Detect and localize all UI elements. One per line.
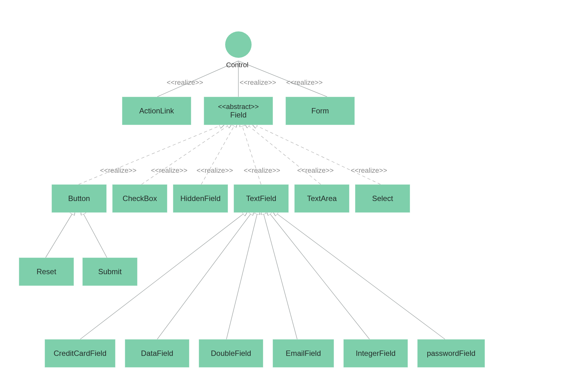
svg-line-13 <box>226 214 257 339</box>
node-field: <<abstract>> Field <box>204 97 273 125</box>
node-button: Button <box>52 184 107 213</box>
node-creditcardfield-label: CreditCardField <box>53 349 106 358</box>
realize-label-checkbox: <<realize>> <box>151 166 187 175</box>
realize-label-select: <<realize>> <box>351 166 387 175</box>
realize-label-hiddenfield: <<realize>> <box>197 166 233 175</box>
svg-line-10 <box>83 214 107 258</box>
svg-line-15 <box>270 214 370 339</box>
node-select: Select <box>355 184 410 213</box>
node-passwordfield: passwordField <box>417 339 485 368</box>
root-control-circle <box>225 31 252 58</box>
node-doublefield-label: DoubleField <box>211 349 251 358</box>
node-textarea: TextArea <box>294 184 349 213</box>
svg-line-16 <box>277 214 445 339</box>
node-reset: Reset <box>19 258 74 286</box>
node-doublefield: DoubleField <box>199 339 263 368</box>
svg-line-8 <box>256 126 381 184</box>
node-reset-label: Reset <box>36 267 56 276</box>
root-control-label: Control <box>226 61 248 69</box>
svg-line-6 <box>242 126 261 184</box>
node-actionlink-label: ActionLink <box>139 106 174 115</box>
svg-line-12 <box>157 214 251 339</box>
node-form-label: Form <box>311 106 329 115</box>
node-textarea-label: TextArea <box>307 194 337 203</box>
svg-line-4 <box>142 126 228 184</box>
node-field-stereotype: <<abstract>> <box>218 103 259 111</box>
node-integerfield: IntegerField <box>343 339 408 368</box>
svg-line-5 <box>201 126 234 184</box>
node-passwordfield-label: passwordField <box>427 349 475 358</box>
realize-label-textfield: <<realize>> <box>244 166 280 175</box>
svg-line-3 <box>79 126 220 184</box>
node-emailfield: EmailField <box>273 339 334 368</box>
node-emailfield-label: EmailField <box>286 349 321 358</box>
node-textfield: TextField <box>234 184 289 213</box>
node-actionlink: ActionLink <box>122 97 191 125</box>
realize-label-actionlink: <<realize>> <box>167 79 203 87</box>
node-checkbox: CheckBox <box>112 184 167 213</box>
node-datafield-label: DataField <box>141 349 173 358</box>
node-field-label: Field <box>230 111 247 119</box>
node-form: Form <box>286 97 355 125</box>
realize-label-form: <<realize>> <box>286 79 323 87</box>
node-hiddenfield: HiddenField <box>173 184 228 213</box>
node-hiddenfield-label: HiddenField <box>180 194 220 203</box>
node-integerfield-label: IntegerField <box>356 349 396 358</box>
node-creditcardfield: CreditCardField <box>45 339 115 368</box>
node-checkbox-label: CheckBox <box>123 194 157 203</box>
node-select-label: Select <box>372 194 393 203</box>
node-datafield: DataField <box>125 339 189 368</box>
node-button-label: Button <box>68 194 90 203</box>
node-submit: Submit <box>82 258 137 286</box>
node-submit-label: Submit <box>98 267 122 276</box>
realize-label-field: <<realize>> <box>240 79 276 87</box>
svg-line-9 <box>46 214 72 258</box>
node-textfield-label: TextField <box>246 194 276 203</box>
realize-label-button: <<realize>> <box>100 166 136 175</box>
realize-label-textarea: <<realize>> <box>297 166 334 175</box>
svg-line-14 <box>264 214 297 339</box>
svg-line-7 <box>248 126 321 184</box>
